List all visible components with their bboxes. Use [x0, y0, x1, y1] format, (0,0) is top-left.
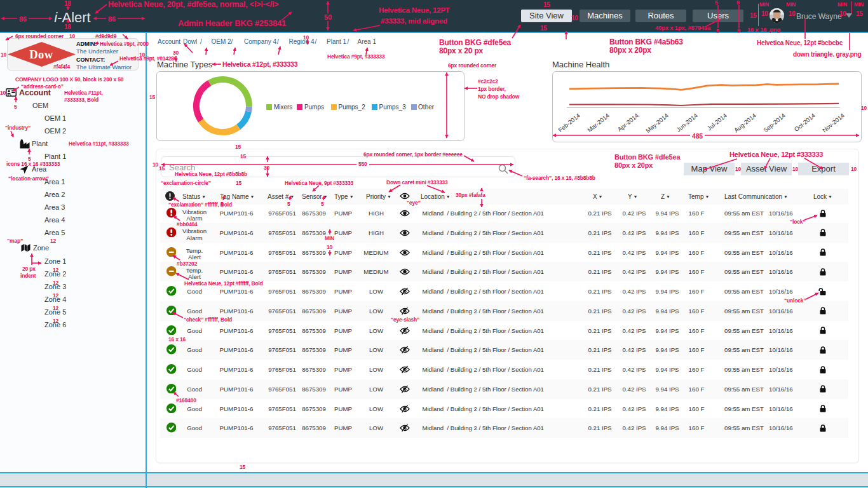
svg-text:Dow: Dow	[29, 48, 53, 61]
